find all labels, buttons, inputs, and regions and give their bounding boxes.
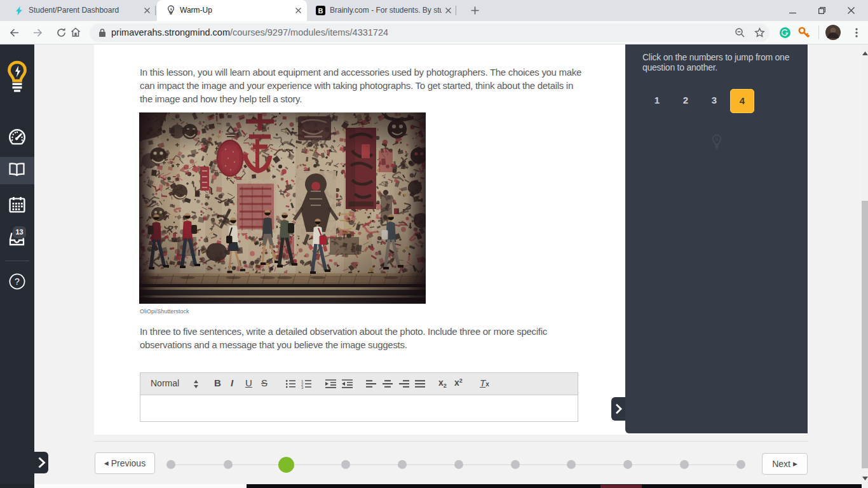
svg-text:3: 3 — [301, 386, 304, 390]
svg-text:?: ? — [15, 276, 20, 287]
svg-text:B: B — [318, 7, 323, 15]
